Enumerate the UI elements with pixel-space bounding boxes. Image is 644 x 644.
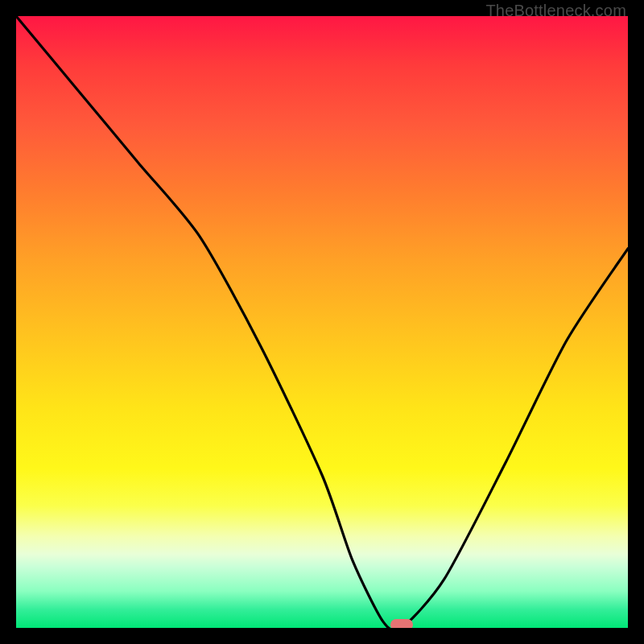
watermark-text: TheBottleneck.com [485,2,626,20]
bottleneck-curve [16,16,628,628]
optimal-point-marker [390,619,413,628]
chart-frame: TheBottleneck.com [0,0,644,644]
plot-area [16,16,628,628]
